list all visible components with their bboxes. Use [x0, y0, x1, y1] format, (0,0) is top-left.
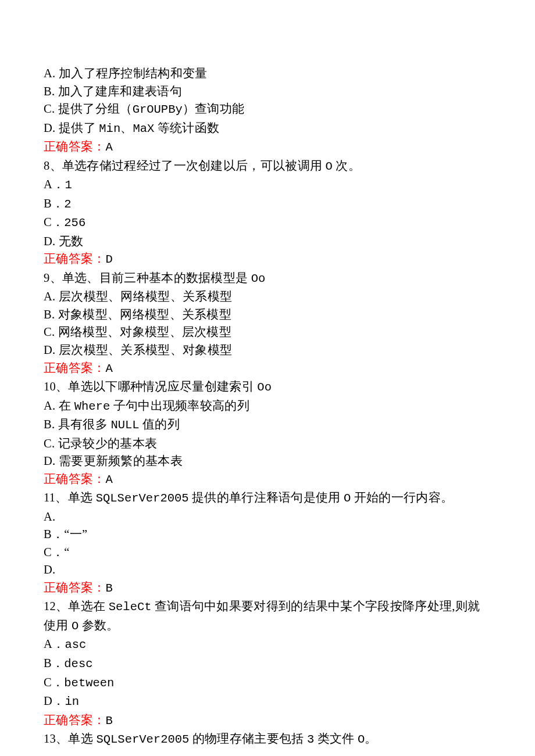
- q10-stem: 10、单选以下哪种情况应尽量创建索引 Oo: [44, 378, 491, 397]
- answer-label: 正确答案：: [44, 714, 106, 726]
- answer-label: 正确答案：: [44, 361, 106, 374]
- q11-option-a: A.: [44, 508, 491, 526]
- q10-option-b: B. 具有很多 NULL 值的列: [44, 415, 491, 435]
- q8-option-b: B．2: [44, 195, 491, 214]
- q12-answer: 正确答案：B: [44, 711, 491, 730]
- q8-option-a: A．1: [44, 175, 491, 195]
- q9-answer: 正确答案：A: [44, 359, 491, 378]
- q9-option-b: B. 对象模型、网络模型、关系模型: [44, 306, 491, 324]
- q8-answer: 正确答案：D: [44, 250, 491, 269]
- q13-stem: 13、单选 SQLSerVer2005 的物理存储主要包括 3 类文件 O。: [44, 730, 491, 749]
- q7-options: A. 加入了程序控制结构和变量 B. 加入了建库和建表语句 C. 提供了分组（G…: [44, 65, 491, 157]
- q12: 12、单选在 SeleCt 查询语句中如果要对得到的结果中某个字段按降序处理,则…: [44, 597, 491, 730]
- q9-option-c: C. 网络模型、对象模型、层次模型: [44, 323, 491, 341]
- q7-answer: 正确答案：A: [44, 138, 491, 157]
- q11-option-b: B．“一”: [44, 525, 491, 543]
- q11-stem: 11、单选 SQLSerVer2005 提供的单行注释语句是使用 O 开始的一行…: [44, 489, 491, 508]
- q9-option-a: A. 层次模型、网络模型、关系模型: [44, 288, 491, 306]
- q8-stem: 8、单选存储过程经过了一次创建以后，可以被调用 O 次。: [44, 157, 491, 176]
- q11-answer: 正确答案：B: [44, 579, 491, 598]
- q10-option-c: C. 记录较少的基本表: [44, 435, 491, 453]
- q12-option-b: B．desc: [44, 654, 491, 673]
- answer-label: 正确答案：: [44, 581, 106, 594]
- answer-label: 正确答案：: [44, 140, 106, 153]
- q9: 9、单选、目前三种基本的数据模型是 Oo A. 层次模型、网络模型、关系模型 B…: [44, 269, 491, 378]
- q13: 13、单选 SQLSerVer2005 的物理存储主要包括 3 类文件 O。: [44, 730, 491, 749]
- q7-option-b: B. 加入了建库和建表语句: [44, 83, 491, 101]
- q7-option-d: D. 提供了 Min、MaX 等统计函数: [44, 119, 491, 138]
- q7-option-a: A. 加入了程序控制结构和变量: [44, 65, 491, 83]
- q12-stem: 12、单选在 SeleCt 查询语句中如果要对得到的结果中某个字段按降序处理,则…: [44, 597, 491, 635]
- q9-option-d: D. 层次模型、关系模型、对象模型: [44, 341, 491, 359]
- q10-option-d: D. 需要更新频繁的基本表: [44, 452, 491, 470]
- q11-option-d: D.: [44, 561, 491, 579]
- q12-option-d: D．in: [44, 692, 491, 711]
- q7-option-c: C. 提供了分组（GrOUPBy）查询功能: [44, 100, 491, 119]
- answer-label: 正确答案：: [44, 252, 106, 265]
- q10-option-a: A. 在 Where 子句中出现频率较高的列: [44, 397, 491, 416]
- q9-stem: 9、单选、目前三种基本的数据模型是 Oo: [44, 269, 491, 288]
- answer-label: 正确答案：: [44, 472, 106, 485]
- q8-option-c: C．256: [44, 213, 491, 232]
- q10: 10、单选以下哪种情况应尽量创建索引 Oo A. 在 Where 子句中出现频率…: [44, 378, 491, 489]
- q8-option-d: D. 无数: [44, 232, 491, 250]
- q12-option-c: C．between: [44, 673, 491, 693]
- q11-option-c: C．“: [44, 543, 491, 561]
- q12-option-a: A．asc: [44, 635, 491, 654]
- q10-answer: 正确答案：A: [44, 470, 491, 489]
- q11: 11、单选 SQLSerVer2005 提供的单行注释语句是使用 O 开始的一行…: [44, 489, 491, 597]
- q8: 8、单选存储过程经过了一次创建以后，可以被调用 O 次。 A．1 B．2 C．2…: [44, 157, 491, 269]
